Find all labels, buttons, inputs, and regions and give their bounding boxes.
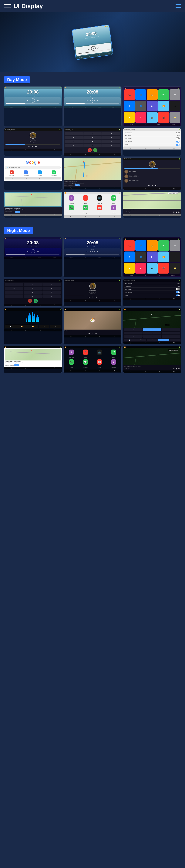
night-map-btn-6[interactable]: → [162, 332, 180, 335]
bookmark-4[interactable]: W WhatsApp [47, 170, 60, 176]
app-maps2[interactable]: 🗺 Maps [107, 195, 121, 205]
nav-prev[interactable]: ⏮ [174, 211, 175, 213]
bookmark-3[interactable]: t Twitter [33, 170, 47, 176]
night-play-1[interactable]: ⏸ [31, 249, 35, 253]
app-message[interactable]: 💬 Messages [79, 205, 92, 214]
next-btn-2[interactable]: ⏭ [96, 99, 99, 102]
night-auto-connect-toggle[interactable] [176, 291, 180, 293]
auto-connect-toggle[interactable] [176, 141, 180, 143]
night-map-extra-1[interactable]: 📋 [124, 339, 135, 341]
night-app-maps[interactable]: 🗺 Maps [107, 349, 121, 359]
app-news[interactable]: 📰 News [93, 205, 106, 214]
social-track-2[interactable]: 视频_999_测试.mp3 [124, 174, 180, 179]
next-btn-1[interactable]: ⏭ [36, 99, 39, 102]
night-app-music[interactable]: 🎵 [135, 240, 146, 251]
num-2[interactable]: 2 [83, 132, 102, 135]
night-food-prev[interactable]: ⏮ [88, 332, 90, 334]
night-rest-go-btn[interactable]: GO [14, 364, 19, 366]
app-media[interactable]: ▶ [147, 101, 157, 112]
night-ctrl-5[interactable]: ⚙ [50, 325, 60, 328]
nav-next[interactable]: ⏭ [178, 211, 180, 213]
social-track-1[interactable]: 华乐_918.mp3 [124, 169, 180, 174]
app-phone[interactable]: 📞 [124, 89, 135, 100]
night-num-8[interactable]: 8 [24, 290, 42, 294]
night-bt-play[interactable]: ⏸ [91, 296, 94, 298]
night-map-btn-5[interactable]: ● [143, 332, 161, 335]
night-app-messages[interactable]: 💬 Messages [79, 359, 92, 368]
night-app-phone[interactable]: 📞 [124, 240, 135, 251]
app-youtube[interactable]: ▶ [124, 112, 135, 123]
menu-icon[interactable] [4, 2, 11, 10]
app-settings[interactable]: ⚙ [169, 89, 180, 100]
night-app-social[interactable]: ♫ [135, 263, 146, 274]
num-0[interactable]: 0 [83, 144, 102, 147]
app-podcasts[interactable]: 🎙 Podcasts [65, 195, 78, 205]
night-prev-1[interactable]: ⏮ [26, 250, 29, 253]
end-call-btn[interactable]: 📵 [87, 148, 92, 152]
night-app-radio[interactable]: 📻 [147, 240, 157, 251]
bookmark-1[interactable]: ▶ YouTube [5, 170, 19, 176]
night-app-bt[interactable]: 🔵 [135, 251, 146, 262]
night-food-next[interactable]: ⏭ [95, 332, 97, 334]
night-ctrl-3[interactable]: 🔁 [27, 325, 38, 328]
hamburger-lines[interactable] [176, 4, 181, 8]
num-8[interactable]: 8 [83, 140, 102, 143]
app-music2[interactable]: 🎵 Music [79, 195, 92, 205]
bookmark-2[interactable]: f Facebook [19, 170, 32, 176]
google-search-bar[interactable]: 🔍 Search or type URL [5, 166, 60, 169]
app-radio[interactable]: 📻 [147, 89, 157, 100]
social-track-3[interactable]: 华乐_939_918.mp3 [124, 179, 180, 183]
night-map-btn-9[interactable]: ↓ [162, 335, 180, 338]
night-map-btn-7[interactable]: ↓ [124, 335, 142, 338]
night-app-podcast2[interactable]: 🎙 Podcast [107, 359, 121, 368]
night-ctrl-1[interactable]: 📋 [5, 325, 16, 328]
bt-play-btn[interactable]: ⏸ [32, 145, 34, 148]
night-app-podcasts[interactable]: 🎙 Podcasts [65, 349, 78, 359]
night-num-6[interactable]: 6 [43, 286, 61, 290]
night-app-media[interactable]: ▶ [147, 251, 157, 262]
night-answer-call[interactable]: 📞 [34, 299, 38, 303]
night-map-btn-3[interactable]: ↑ [162, 329, 180, 331]
night-app-news[interactable]: 📰 News [93, 359, 106, 368]
num-7[interactable]: 7 [64, 140, 83, 143]
app-more[interactable]: ••• [169, 101, 180, 112]
night-food-play[interactable]: ⏸ [91, 332, 94, 334]
app-music[interactable]: 🎵 [135, 89, 146, 100]
night-next-2[interactable]: ⏭ [96, 250, 99, 253]
social-next[interactable]: ⏭ [155, 185, 157, 187]
night-app-settings[interactable]: ⚙ [169, 240, 180, 251]
night-app-youtube[interactable]: ▶ [124, 263, 135, 274]
night-nav-next[interactable]: ⏭ [178, 368, 180, 370]
night-num-hash[interactable]: # [43, 294, 61, 298]
night-power-toggle[interactable] [176, 294, 180, 297]
night-num-3[interactable]: 3 [43, 283, 61, 286]
night-nav-prev[interactable]: ⏮ [174, 368, 175, 370]
go-btn[interactable]: GO [75, 184, 80, 186]
nav-play[interactable]: ▶ [176, 211, 178, 213]
night-map-extra-3[interactable]: 📍 [147, 339, 158, 341]
app-phone2[interactable]: 📞 Phone [65, 205, 78, 214]
night-app-nav[interactable]: 🗺 [158, 240, 169, 251]
night-bt-prev[interactable]: ⏮ [88, 296, 90, 298]
app-video[interactable]: 🎬 [158, 112, 169, 123]
night-num-star[interactable]: * [5, 294, 23, 298]
night-map-extra-2[interactable]: 🗺 [135, 339, 146, 341]
prev-btn-2[interactable]: ⏮ [86, 99, 89, 102]
night-nav-play[interactable]: ▶ [176, 368, 178, 370]
app-camera[interactable]: 📷 [147, 112, 157, 123]
app-bt[interactable]: 🔵 [135, 101, 146, 112]
night-map-btn-8[interactable]: ↓ [143, 335, 161, 338]
night-app-phone[interactable]: 📞 Phone [65, 359, 78, 368]
night-app-more[interactable]: ••• [169, 251, 180, 262]
num-9[interactable]: 9 [102, 140, 121, 143]
night-num-7[interactable]: 7 [5, 290, 23, 294]
night-bt-next[interactable]: ⏭ [95, 296, 97, 298]
night-ctrl-2[interactable]: 🔀 [16, 325, 27, 328]
app-social[interactable]: ♫ [135, 112, 146, 123]
night-end-call[interactable]: 📵 [28, 299, 32, 303]
night-prev-2[interactable]: ⏮ [86, 250, 89, 253]
num-4[interactable]: 4 [64, 136, 83, 139]
answer-call-btn[interactable]: 📞 [93, 148, 98, 152]
social-play[interactable]: ⏸ [151, 185, 153, 187]
night-map-extra-4[interactable]: + [158, 339, 169, 341]
